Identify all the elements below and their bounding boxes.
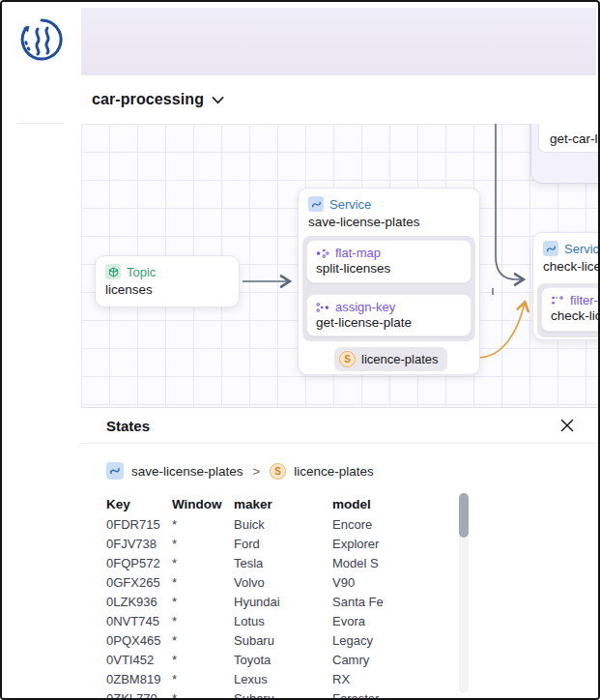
topic-name: licenses xyxy=(96,281,239,303)
table-cell: 0ZKL770 xyxy=(106,691,172,700)
table-cell: Lexus xyxy=(234,672,332,686)
states-table-body: 0FDR715*BuickEncore0FJV738*FordExplorer0… xyxy=(106,514,460,700)
table-cell: Toyota xyxy=(234,653,332,667)
quix-logo-icon[interactable] xyxy=(17,15,66,64)
flat-map-label: flat-map xyxy=(335,246,381,260)
top-header-bar xyxy=(81,8,596,75)
service-node-check-license[interactable]: Service check-licen filter-ma check-lice xyxy=(532,232,598,340)
states-table: Key Window maker model 0FDR715*BuickEnco… xyxy=(106,493,460,700)
column-header-window: Window xyxy=(172,497,234,511)
table-cell: 0VTI452 xyxy=(106,653,172,667)
table-cell: * xyxy=(172,517,234,532)
check-operations-group: filter-ma check-lice xyxy=(537,283,598,337)
states-panel: States save-license-plates > S licence-p… xyxy=(81,407,598,698)
table-cell: Subaru xyxy=(234,633,332,648)
column-header-key: Key xyxy=(106,497,172,511)
table-cell: Encore xyxy=(332,517,460,532)
flat-map-name: split-licenses xyxy=(316,261,462,276)
service-type-label: Service xyxy=(329,197,371,212)
column-header-model: model xyxy=(332,497,460,511)
pipeline-canvas[interactable]: get-car-lo Topic licenses xyxy=(81,124,598,407)
topic-icon xyxy=(105,264,121,279)
topic-type-label: Topic xyxy=(127,265,156,279)
table-row[interactable]: 0LZK936*HyundaiSanta Fe xyxy=(106,592,460,611)
service-name: save-license-plates xyxy=(299,214,479,235)
table-cell: 0LZK936 xyxy=(106,595,172,609)
table-cell: * xyxy=(172,595,234,609)
table-row[interactable]: 0NVT745*LotusEvora xyxy=(106,611,460,630)
table-cell: * xyxy=(172,633,234,648)
column-header-maker: maker xyxy=(234,497,332,511)
edge-state-to-filter xyxy=(479,303,525,358)
state-badge-label: licence-plates xyxy=(361,352,439,366)
table-cell: * xyxy=(172,556,234,570)
table-cell: * xyxy=(172,672,234,686)
table-cell: * xyxy=(172,575,234,590)
table-row[interactable]: 0FQP572*TeslaModel S xyxy=(106,553,460,572)
table-row[interactable]: 0VTI452*ToyotaCamry xyxy=(106,650,460,669)
table-cell: Evora xyxy=(332,614,460,628)
table-cell: 0FQP572 xyxy=(106,556,172,570)
assign-key-name: get-license-plate xyxy=(316,315,462,330)
pipeline-title-bar: car-processing xyxy=(81,75,598,124)
chevron-down-icon[interactable] xyxy=(212,97,224,104)
close-icon[interactable] xyxy=(559,418,575,433)
table-cell: 0ZBM819 xyxy=(106,672,172,686)
assign-key-label: assign-key xyxy=(335,300,395,314)
operation-filter[interactable]: filter-ma check-lice xyxy=(541,287,598,332)
table-cell: Explorer xyxy=(332,537,460,551)
table-cell: Model S xyxy=(332,556,460,570)
service-node-save-license-plates[interactable]: Service save-license-plates flat-map spl xyxy=(298,188,480,375)
filter-label: filter-ma xyxy=(570,293,598,307)
table-cell: 0PQX465 xyxy=(106,633,172,648)
pipeline-title[interactable]: car-processing xyxy=(92,91,204,108)
assign-key-icon xyxy=(316,301,329,314)
table-row[interactable]: 0PQX465*SubaruLegacy xyxy=(106,630,460,650)
state-s-icon: S xyxy=(270,463,286,480)
table-cell: 0NVT745 xyxy=(106,614,172,628)
sidebar xyxy=(2,2,81,698)
table-cell: Buick xyxy=(234,517,332,532)
table-row[interactable]: 0GFX265*VolvoV90 xyxy=(106,572,460,592)
edge-top-to-check-service xyxy=(496,124,523,279)
breadcrumb-separator-icon: > xyxy=(251,464,263,479)
table-cell: Legacy xyxy=(332,633,460,648)
operation-flat-map[interactable]: flat-map split-licenses xyxy=(306,240,471,283)
table-cell: 0FJV738 xyxy=(106,537,172,551)
table-cell: Forester xyxy=(332,691,460,700)
breadcrumb-service[interactable]: save-license-plates xyxy=(131,464,243,479)
table-cell: Ford xyxy=(234,537,332,551)
table-cell: RX xyxy=(332,672,460,686)
table-row[interactable]: 0FDR715*BuickEncore xyxy=(106,514,460,534)
states-panel-header: States xyxy=(81,408,598,444)
operations-group: flat-map split-licenses assign-key xyxy=(302,236,475,341)
operation-assign-key[interactable]: assign-key get-license-plate xyxy=(306,294,471,336)
breadcrumb-state[interactable]: licence-plates xyxy=(294,464,374,479)
table-cell: 0GFX265 xyxy=(106,575,172,590)
check-service-name: check-licen xyxy=(533,258,598,279)
table-cell: Hyundai xyxy=(234,595,332,609)
state-s-icon: S xyxy=(339,351,356,367)
sidebar-divider xyxy=(17,123,64,124)
service-icon xyxy=(106,462,124,480)
states-panel-title: States xyxy=(106,418,150,434)
topic-node-licenses[interactable]: Topic licenses xyxy=(95,255,240,307)
check-service-type-label: Service xyxy=(564,242,598,256)
state-badge-licence-plates[interactable]: S licence-plates xyxy=(334,347,447,371)
service-icon xyxy=(543,241,558,256)
breadcrumb: save-license-plates > S licence-plates xyxy=(81,444,598,480)
table-row[interactable]: 0ZBM819*LexusRX xyxy=(106,669,460,688)
partial-node-card[interactable]: get-car-lo xyxy=(538,124,598,153)
table-cell: * xyxy=(172,537,234,551)
table-cell: 0FDR715 xyxy=(106,517,172,532)
scrollbar-thumb[interactable] xyxy=(459,493,469,538)
table-cell: V90 xyxy=(332,575,460,590)
filter-name: check-lice xyxy=(551,308,598,323)
flat-map-icon xyxy=(316,247,329,260)
table-cell: Volvo xyxy=(234,575,332,590)
table-cell: * xyxy=(172,614,234,628)
table-row[interactable]: 0ZKL770*SubaruForester xyxy=(106,688,460,700)
table-cell: * xyxy=(172,691,234,700)
scrollbar-track[interactable] xyxy=(459,492,469,693)
table-row[interactable]: 0FJV738*FordExplorer xyxy=(106,534,460,553)
